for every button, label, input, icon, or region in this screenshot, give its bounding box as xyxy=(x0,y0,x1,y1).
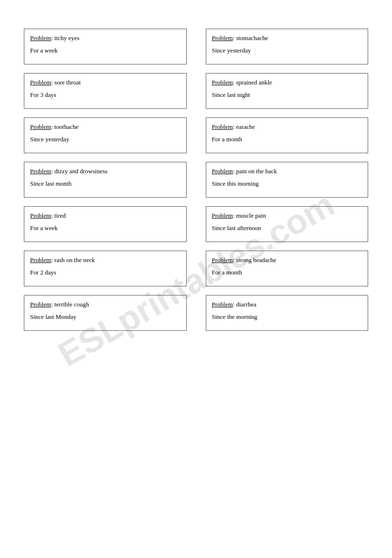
problem-line-2: Problem: stomachache xyxy=(212,34,362,42)
medical-card-2: Problem: stomachacheSince yesterday xyxy=(206,29,369,64)
problem-label-10: Problem xyxy=(212,212,233,219)
duration-10: Since last afternoon xyxy=(212,224,362,232)
problem-text-13: : terrible cough xyxy=(51,301,89,308)
problem-line-14: Problem: diarrhea xyxy=(212,300,362,309)
problem-text-5: : toothache xyxy=(51,123,78,130)
cards-grid: Problem: itchy eyesFor a weekProblem: st… xyxy=(24,29,368,331)
medical-card-10: Problem: muscle painSince last afternoon xyxy=(206,206,369,242)
problem-line-11: Problem: rash on the neck xyxy=(30,256,180,264)
problem-label-3: Problem xyxy=(30,79,51,86)
problem-line-3: Problem: sore throat xyxy=(30,78,180,87)
medical-card-4: Problem: sprained ankleSince last night xyxy=(206,73,369,109)
medical-card-11: Problem: rash on the neckFor 2 days xyxy=(24,251,187,286)
medical-card-8: Problem: pain on the backSince this morn… xyxy=(206,162,369,198)
duration-8: Since this morning xyxy=(212,179,362,188)
problem-text-11: : rash on the neck xyxy=(51,256,95,263)
problem-text-6: : earache xyxy=(233,123,255,130)
problem-label-11: Problem xyxy=(30,256,51,263)
duration-14: Since the morning xyxy=(212,313,362,321)
problem-text-7: : dizzy and drowsiness xyxy=(51,168,107,175)
problem-text-1: : itchy eyes xyxy=(51,34,79,42)
duration-13: Since last Monday xyxy=(30,313,180,321)
duration-7: Since last month xyxy=(30,179,180,188)
problem-label-13: Problem xyxy=(30,301,51,308)
problem-label-8: Problem xyxy=(212,168,233,175)
problem-line-7: Problem: dizzy and drowsiness xyxy=(30,167,180,176)
duration-6: For a month xyxy=(212,135,362,144)
medical-card-5: Problem: toothacheSince yesterday xyxy=(24,117,187,153)
problem-text-3: : sore throat xyxy=(51,79,81,86)
medical-card-12: Problem: strong headacheFor a month xyxy=(206,251,369,286)
duration-2: Since yesterday xyxy=(212,46,362,55)
duration-1: For a week xyxy=(30,46,180,55)
medical-card-13: Problem: terrible coughSince last Monday xyxy=(24,295,187,331)
problem-text-4: : sprained ankle xyxy=(233,79,272,86)
problem-label-2: Problem xyxy=(212,34,233,42)
problem-line-6: Problem: earache xyxy=(212,123,362,131)
problem-label-5: Problem xyxy=(30,123,51,130)
duration-9: For a week xyxy=(30,224,180,232)
duration-11: For 2 days xyxy=(30,268,180,277)
problem-label-6: Problem xyxy=(212,123,233,130)
duration-12: For a month xyxy=(212,268,362,277)
medical-card-9: Problem: tiredFor a week xyxy=(24,206,187,242)
problem-label-12: Problem xyxy=(212,256,233,263)
duration-3: For 3 days xyxy=(30,91,180,99)
problem-text-2: : stomachache xyxy=(233,34,268,42)
problem-line-8: Problem: pain on the back xyxy=(212,167,362,176)
medical-card-1: Problem: itchy eyesFor a week xyxy=(24,29,187,64)
problem-line-12: Problem: strong headache xyxy=(212,256,362,264)
problem-label-14: Problem xyxy=(212,301,233,308)
problem-text-9: : tired xyxy=(51,212,66,219)
problem-label-1: Problem xyxy=(30,34,51,42)
problem-line-10: Problem: muscle pain xyxy=(212,211,362,220)
problem-text-12: : strong headache xyxy=(233,256,276,263)
medical-card-6: Problem: earacheFor a month xyxy=(206,117,369,153)
medical-card-14: Problem: diarrheaSince the morning xyxy=(206,295,369,331)
problem-text-10: : muscle pain xyxy=(233,212,266,219)
duration-5: Since yesterday xyxy=(30,135,180,144)
problem-text-8: : pain on the back xyxy=(233,168,277,175)
problem-label-7: Problem xyxy=(30,168,51,175)
problem-line-9: Problem: tired xyxy=(30,211,180,220)
problem-line-5: Problem: toothache xyxy=(30,123,180,131)
problem-line-1: Problem: itchy eyes xyxy=(30,34,180,42)
medical-card-3: Problem: sore throatFor 3 days xyxy=(24,73,187,109)
problem-line-13: Problem: terrible cough xyxy=(30,300,180,309)
problem-label-4: Problem xyxy=(212,79,233,86)
duration-4: Since last night xyxy=(212,91,362,99)
problem-line-4: Problem: sprained ankle xyxy=(212,78,362,87)
problem-text-14: : diarrhea xyxy=(233,301,256,308)
problem-label-9: Problem xyxy=(30,212,51,219)
medical-card-7: Problem: dizzy and drowsinessSince last … xyxy=(24,162,187,198)
